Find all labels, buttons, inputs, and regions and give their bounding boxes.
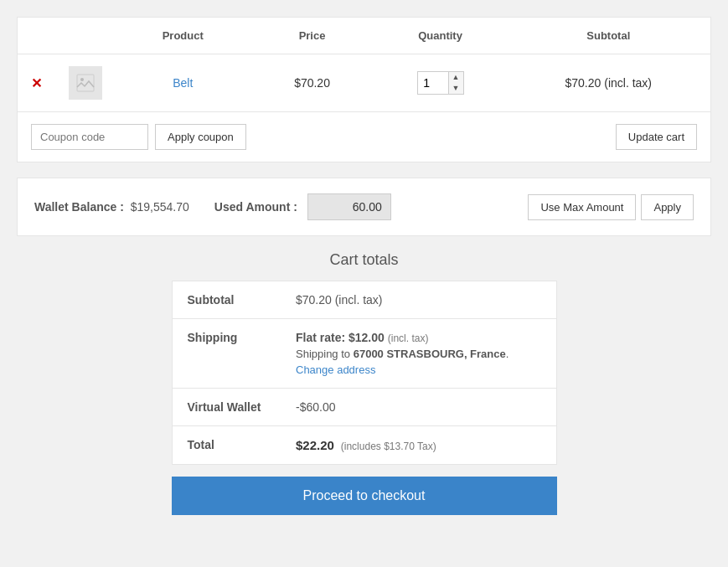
wallet-actions: Use Max Amount Apply xyxy=(528,194,694,220)
shipping-incl: (incl. tax) xyxy=(388,332,429,344)
coupon-area: Apply coupon xyxy=(31,124,361,150)
totals-row-virtual-wallet: Virtual Wallet -$60.00 xyxy=(172,389,556,426)
main-container: Product Price Quantity Subtotal ✕ xyxy=(17,17,711,515)
product-name-cell: Belt xyxy=(116,54,250,112)
change-address-link[interactable]: Change address xyxy=(296,363,375,376)
product-image-placeholder xyxy=(69,66,102,100)
used-amount-group: Used Amount : xyxy=(214,193,391,220)
shipping-address-line: Shipping to 67000 STRASBOURG, France. xyxy=(296,348,541,360)
cart-table: Product Price Quantity Subtotal ✕ xyxy=(18,18,710,162)
shipping-rate-line: Flat rate: $12.00 (incl. tax) xyxy=(296,331,541,344)
shipping-address-bold: 67000 STRASBOURG, France xyxy=(354,348,506,360)
svg-rect-0 xyxy=(77,75,94,91)
total-amount: $22.20 xyxy=(296,438,334,452)
svg-point-1 xyxy=(80,78,84,81)
shipping-label: Shipping xyxy=(172,319,281,389)
product-qty-cell: ▲ ▼ xyxy=(374,54,507,112)
total-value-cell: $22.20 (includes $13.70 Tax) xyxy=(281,426,556,465)
qty-input[interactable] xyxy=(418,73,448,93)
wallet-balance-label: Wallet Balance : xyxy=(34,200,124,214)
total-tax: (includes $13.70 Tax) xyxy=(341,441,436,452)
change-address-wrap: Change address xyxy=(296,360,541,376)
shipping-rate-strong: Flat rate: $12.00 xyxy=(296,331,385,344)
shipping-rate-text: Flat rate: $12.00 (incl. tax) xyxy=(296,331,428,344)
qty-spin: ▲ ▼ xyxy=(448,72,463,94)
product-subtotal-cell: $70.20 (incl. tax) xyxy=(507,54,710,112)
totals-table: Subtotal $70.20 (incl. tax) Shipping Fla… xyxy=(172,281,557,465)
wallet-apply-button[interactable]: Apply xyxy=(641,194,694,220)
used-amount-label: Used Amount : xyxy=(214,200,297,214)
apply-coupon-button[interactable]: Apply coupon xyxy=(155,124,246,150)
col-header-product: Product xyxy=(116,18,250,54)
col-header-quantity: Quantity xyxy=(374,18,507,54)
subtotal-value: $70.20 (incl. tax) xyxy=(281,281,556,319)
cart-section: Product Price Quantity Subtotal ✕ xyxy=(17,17,711,162)
wallet-balance-group: Wallet Balance : $19,554.70 xyxy=(34,200,189,214)
update-cart-button[interactable]: Update cart xyxy=(616,124,697,150)
total-label: Total xyxy=(172,426,281,465)
product-link[interactable]: Belt xyxy=(173,76,193,90)
col-header-empty xyxy=(18,18,116,54)
totals-row-total: Total $22.20 (includes $13.70 Tax) xyxy=(172,426,556,465)
shipping-value: Flat rate: $12.00 (incl. tax) Shipping t… xyxy=(281,319,556,389)
coupon-input[interactable] xyxy=(31,124,148,150)
shipping-to-text: Shipping to xyxy=(296,348,350,360)
coupon-row: Apply coupon Update cart xyxy=(18,112,710,162)
cart-totals-wrap: Cart totals Subtotal $70.20 (incl. tax) … xyxy=(17,251,711,515)
remove-cell: ✕ xyxy=(18,54,55,112)
checkout-btn-wrap: Proceed to checkout xyxy=(172,477,557,515)
update-cart-cell: Update cart xyxy=(374,112,710,162)
virtual-wallet-value: -$60.00 xyxy=(281,389,556,426)
product-price-cell: $70.20 xyxy=(250,54,374,112)
wallet-balance-value: $19,554.70 xyxy=(131,200,189,214)
col-header-subtotal: Subtotal xyxy=(507,18,710,54)
qty-up-button[interactable]: ▲ xyxy=(449,72,463,83)
subtotal-label: Subtotal xyxy=(172,281,281,319)
qty-down-button[interactable]: ▼ xyxy=(449,83,463,94)
virtual-wallet-label: Virtual Wallet xyxy=(172,389,281,426)
update-cart-wrap: Update cart xyxy=(388,124,697,150)
checkout-button[interactable]: Proceed to checkout xyxy=(172,477,557,515)
totals-row-shipping: Shipping Flat rate: $12.00 (incl. tax) S… xyxy=(172,319,556,389)
cart-row: ✕ Belt $70.20 xyxy=(18,54,710,112)
use-max-button[interactable]: Use Max Amount xyxy=(528,194,636,220)
coupon-cell: Apply coupon xyxy=(18,112,374,162)
product-image-cell xyxy=(55,54,116,112)
col-header-price: Price xyxy=(250,18,374,54)
wallet-section: Wallet Balance : $19,554.70 Used Amount … xyxy=(17,178,711,236)
qty-input-wrap: ▲ ▼ xyxy=(417,71,464,95)
remove-button[interactable]: ✕ xyxy=(31,76,42,90)
cart-totals-title: Cart totals xyxy=(172,251,557,269)
cart-totals: Cart totals Subtotal $70.20 (incl. tax) … xyxy=(172,251,557,515)
used-amount-input[interactable] xyxy=(307,193,391,220)
totals-row-subtotal: Subtotal $70.20 (incl. tax) xyxy=(172,281,556,319)
